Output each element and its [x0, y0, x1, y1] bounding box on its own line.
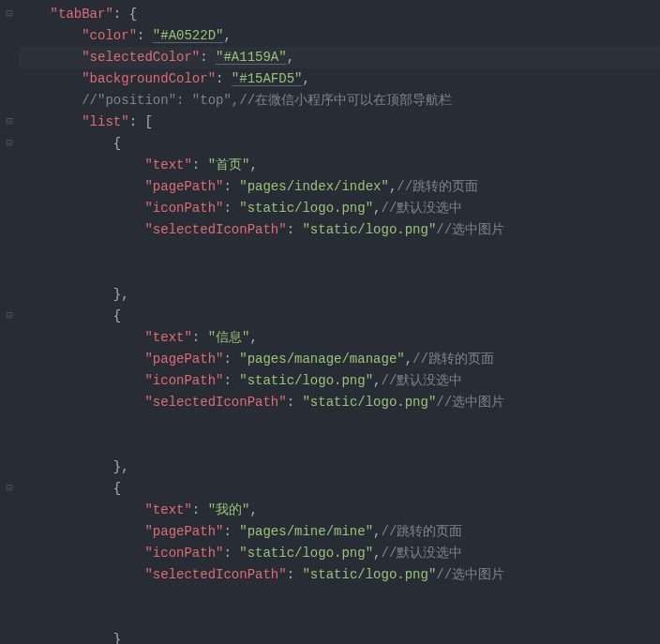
fold-icon — [0, 90, 19, 112]
fold-icon — [0, 500, 19, 521]
code-line[interactable]: "pagePath": "pages/manage/manage",//跳转的页… — [19, 349, 660, 370]
code-line[interactable] — [19, 607, 660, 629]
code-editor: ⊟ ⊟ ⊟ ⊟ ⊟ "tabBar": { — [0, 0, 660, 644]
fold-icon — [0, 25, 19, 47]
fold-gutter: ⊟ ⊟ ⊟ ⊟ ⊟ — [0, 0, 19, 644]
fold-icon[interactable]: ⊟ — [0, 133, 19, 155]
fold-icon — [0, 435, 19, 457]
fold-icon — [0, 262, 19, 284]
code-line[interactable]: } — [19, 629, 660, 644]
fold-icon — [0, 392, 19, 413]
code-line[interactable] — [19, 241, 660, 262]
fold-icon — [0, 155, 19, 176]
code-line[interactable]: "tabBar": { — [19, 4, 660, 25]
code-line[interactable]: "pagePath": "pages/mine/mine",//跳转的页面 — [19, 521, 660, 543]
fold-icon[interactable]: ⊟ — [0, 478, 19, 500]
code-line[interactable] — [19, 413, 660, 435]
code-line[interactable]: }, — [19, 457, 660, 478]
fold-icon — [0, 241, 19, 262]
code-line[interactable]: "text": "我的", — [19, 500, 660, 521]
fold-icon[interactable]: ⊟ — [0, 112, 19, 133]
fold-icon — [0, 457, 19, 478]
code-line[interactable]: //"position": "top",//在微信小程序中可以在顶部导航栏 — [19, 90, 660, 112]
code-line[interactable] — [19, 435, 660, 457]
fold-icon — [0, 564, 19, 586]
code-line[interactable]: "iconPath": "static/logo.png",//默认没选中 — [19, 370, 660, 392]
fold-icon — [0, 198, 19, 219]
fold-icon — [0, 413, 19, 435]
code-line[interactable]: "selectedIconPath": "static/logo.png"//选… — [19, 392, 660, 413]
code-line[interactable]: "color": "#A0522D", — [19, 25, 660, 47]
fold-icon — [0, 607, 19, 629]
fold-icon — [0, 327, 19, 349]
fold-icon — [0, 521, 19, 543]
code-line[interactable]: "list": [ — [19, 112, 660, 133]
fold-icon — [0, 219, 19, 241]
fold-icon — [0, 586, 19, 607]
code-line[interactable]: { — [19, 478, 660, 500]
code-line[interactable]: "text": "信息", — [19, 327, 660, 349]
code-line[interactable]: "text": "首页", — [19, 155, 660, 176]
fold-icon — [0, 629, 19, 644]
fold-icon — [0, 284, 19, 306]
code-line[interactable]: "iconPath": "static/logo.png",//默认没选中 — [19, 198, 660, 219]
fold-icon[interactable]: ⊟ — [0, 306, 19, 327]
code-line[interactable]: "iconPath": "static/logo.png",//默认没选中 — [19, 543, 660, 564]
code-line[interactable]: "pagePath": "pages/index/index",//跳转的页面 — [19, 176, 660, 198]
code-line[interactable] — [19, 586, 660, 607]
fold-icon — [0, 543, 19, 564]
code-line[interactable]: }, — [19, 284, 660, 306]
fold-icon — [0, 47, 19, 68]
code-line[interactable] — [19, 262, 660, 284]
code-line[interactable]: { — [19, 306, 660, 327]
fold-icon — [0, 176, 19, 198]
code-line[interactable]: "selectedColor": "#A1159A", — [19, 47, 660, 68]
code-line[interactable]: { — [19, 133, 660, 155]
code-line[interactable]: "selectedIconPath": "static/logo.png"//选… — [19, 564, 660, 586]
fold-icon[interactable]: ⊟ — [0, 4, 19, 25]
code-line[interactable]: "backgroundColor": "#15AFD5", — [19, 68, 660, 90]
fold-icon — [0, 370, 19, 392]
fold-icon — [0, 349, 19, 370]
code-line[interactable]: "selectedIconPath": "static/logo.png"//选… — [19, 219, 660, 241]
code-area[interactable]: "tabBar": { "color": "#A0522D", "selecte… — [19, 0, 660, 644]
fold-icon — [0, 68, 19, 90]
